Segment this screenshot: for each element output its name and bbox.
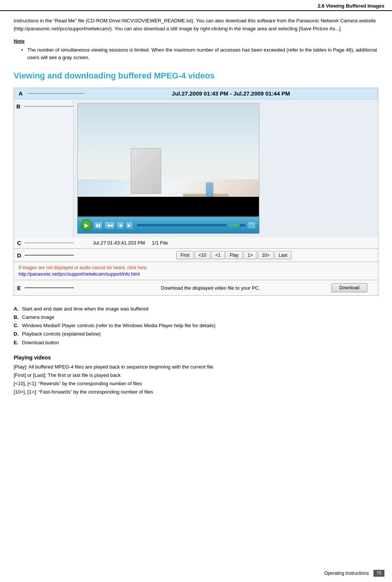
media-step-fwd-button[interactable]: ▶ <box>125 221 133 229</box>
media-controls-bar: ▶ ▮▮ ◀◀ ◀ ▶ ⛶ <box>77 217 259 234</box>
chair-shape <box>131 148 161 194</box>
camera-image <box>77 103 259 217</box>
page-header: 2.6 Viewing Buffered Images <box>0 0 392 11</box>
page-content: instructions in the “Read Me” file (CD-R… <box>0 11 392 411</box>
timestamp-text: Jul.27 01:43:41.203 PM 1/1 File <box>93 240 367 246</box>
timestamp-value: Jul.27 01:43:41.203 PM <box>93 240 145 246</box>
note-list: The number of simultaneous viewing sessi… <box>14 46 378 62</box>
page-number: 75 <box>373 570 384 577</box>
first-last-line: [First] or [Last]: The first or last fil… <box>14 371 378 380</box>
black-bar <box>78 197 259 216</box>
date-range-text: Jul.27.2009 01:43 PM - Jul.27.2009 01:44… <box>88 90 373 97</box>
desc-a: A. Start and end date and time when the … <box>14 305 378 313</box>
label-c: C <box>17 240 23 246</box>
playing-videos-title: Playing videos <box>14 355 378 361</box>
media-fullscreen-button[interactable]: ⛶ <box>247 221 256 229</box>
playing-videos-text: [Play]: All buffered MPEG-4 files are pl… <box>14 363 378 396</box>
hline-d <box>25 255 74 256</box>
fwd-line: [10>], [1>]: “Fast-forwards” by the corr… <box>14 388 378 396</box>
label-b-inner: B <box>16 103 73 110</box>
label-c-area: C <box>17 240 93 246</box>
fwd1-button[interactable]: 1> <box>243 251 257 259</box>
desc-letter-e: E. <box>14 339 22 347</box>
desc-letter-c: C. <box>14 322 22 330</box>
label-b-area: B <box>14 99 73 237</box>
media-progress-bar[interactable] <box>137 224 227 226</box>
label-d-area: D <box>17 252 93 259</box>
desc-text-d: Playback controls (explained below) <box>22 330 100 338</box>
row-a: A Jul.27.2009 01:43 PM - Jul.27.2009 01:… <box>14 88 378 99</box>
desc-letter-a: A. <box>14 305 22 313</box>
desc-text-a: Start and end date and time when the ima… <box>22 305 149 313</box>
label-b: B <box>16 103 22 110</box>
download-button[interactable]: Download <box>331 283 367 292</box>
label-d: D <box>17 252 23 259</box>
desc-text-c: Windows Media® Player controls (refer to… <box>22 322 215 330</box>
sky-bg <box>78 104 259 179</box>
vase-shape <box>206 182 213 198</box>
note-item: The number of simultaneous viewing sessi… <box>21 46 378 62</box>
desc-e: E. Download button <box>14 339 378 347</box>
camera-image-container: ▶ ▮▮ ◀◀ ◀ ▶ ⛶ <box>74 99 378 237</box>
note-section: Note The number of simultaneous viewing … <box>14 38 378 62</box>
page-footer: Operating Instructions 75 <box>324 570 384 577</box>
file-info: 1/1 File <box>152 240 168 246</box>
note-title: Note <box>14 38 378 44</box>
link-warning: If images are not displayed or audio can… <box>19 265 373 270</box>
support-link[interactable]: http://panasonic.net/pcc/support/netwkca… <box>19 271 140 277</box>
chapter-title: 2.6 Viewing Buffered Images <box>318 3 384 9</box>
play-button[interactable]: Play <box>226 251 243 259</box>
ui-diagram: A Jul.27.2009 01:43 PM - Jul.27.2009 01:… <box>14 88 378 296</box>
descriptions: A. Start and end date and time when the … <box>14 305 378 347</box>
media-rewind-button[interactable]: ◀◀ <box>104 221 115 229</box>
link-row: If images are not displayed or audio can… <box>14 262 378 280</box>
row-b: B <box>14 99 378 237</box>
row-c: C Jul.27 01:43:41.203 PM 1/1 File <box>14 237 378 249</box>
hline-e <box>25 287 74 288</box>
play-line: [Play]: All buffered MPEG-4 files are pl… <box>14 363 378 371</box>
hline-b <box>24 106 73 107</box>
camera-area: ▶ ▮▮ ◀◀ ◀ ▶ ⛶ <box>73 99 378 237</box>
rewind-line: [<10], [<1]: “Rewinds” by the correspond… <box>14 380 378 388</box>
section-heading: Viewing and downloading buffered MPEG-4 … <box>14 71 378 81</box>
label-e: E <box>17 285 23 291</box>
hline-c <box>25 243 74 243</box>
media-step-back-button[interactable]: ◀ <box>116 221 124 229</box>
desc-text-b: Camera image <box>22 313 54 322</box>
back1-button[interactable]: <1 <box>211 251 225 259</box>
desc-d: D. Playback controls (explained below) <box>14 330 378 338</box>
back10-button[interactable]: <10 <box>194 251 210 259</box>
download-text: Download the displayed video file to you… <box>93 285 328 291</box>
label-e-area: E <box>17 285 93 291</box>
desc-c: C. Windows Media® Player controls (refer… <box>14 322 378 330</box>
desc-letter-d: D. <box>14 330 22 338</box>
row-e: E Download the displayed video file to y… <box>14 280 378 295</box>
fwd10-button[interactable]: 10> <box>258 251 274 259</box>
media-pause-button[interactable]: ▮▮ <box>94 221 103 229</box>
last-button[interactable]: Last <box>274 251 292 259</box>
playing-videos-section: Playing videos [Play]: All buffered MPEG… <box>14 355 378 396</box>
media-volume-slider[interactable] <box>230 224 246 226</box>
media-play-button[interactable]: ▶ <box>81 220 92 231</box>
desc-letter-b: B. <box>14 313 22 322</box>
first-button[interactable]: First <box>176 251 193 259</box>
desc-text-e: Download button <box>22 339 59 347</box>
row-d: D First <10 <1 Play 1> 10> Last <box>14 249 378 262</box>
playback-controls: First <10 <1 Play 1> 10> Last <box>93 251 375 259</box>
desc-b: B. Camera image <box>14 313 378 322</box>
footer-label: Operating Instructions <box>324 571 368 576</box>
label-a: A <box>19 90 28 97</box>
line-a <box>28 93 85 94</box>
intro-text: instructions in the “Read Me” file (CD-R… <box>14 17 378 33</box>
